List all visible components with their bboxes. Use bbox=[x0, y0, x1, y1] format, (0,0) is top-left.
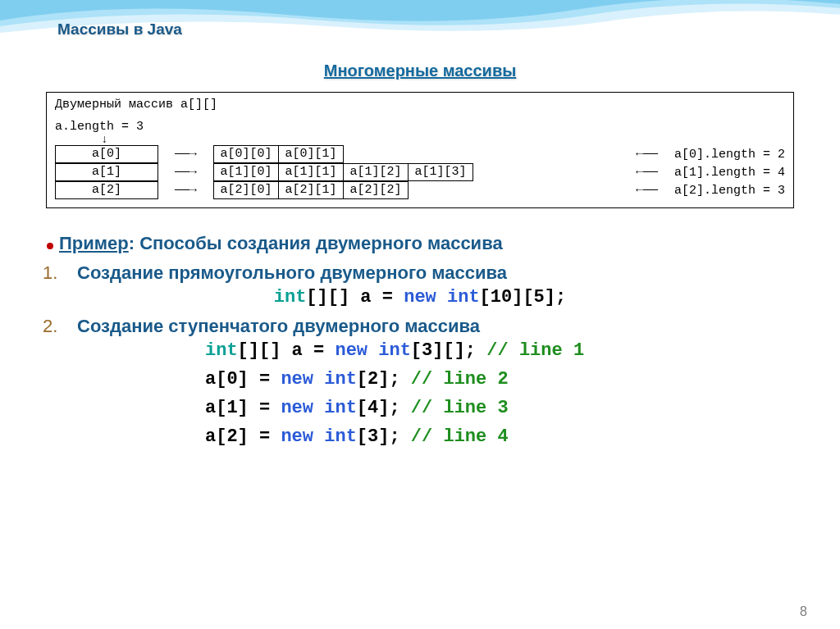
arrow-left-icon: ←── bbox=[636, 148, 658, 162]
left-cell: a[0] bbox=[55, 145, 158, 163]
example-bullet: Пример: Способы создания двумерного масс… bbox=[41, 233, 799, 254]
left-cell: a[2] bbox=[55, 181, 158, 199]
matrix-cell: a[1][0] bbox=[213, 163, 279, 181]
diagram-row: a[2] ──→ a[2][0] a[2][1] a[2][2] ←── a[2… bbox=[55, 181, 785, 199]
example-label: Пример bbox=[59, 233, 129, 253]
arrow-left-icon: ←── bbox=[636, 166, 658, 180]
left-cell: a[1] bbox=[55, 163, 158, 181]
bullet-icon bbox=[47, 243, 53, 249]
list-number: 1. bbox=[43, 262, 77, 284]
arrow-right-icon: ──→ bbox=[175, 184, 197, 198]
length-label: a[1].length = 4 bbox=[674, 166, 785, 180]
list-heading: Создание ступенчатого двумерного массива bbox=[77, 316, 480, 337]
matrix-cell: a[2][0] bbox=[213, 181, 279, 199]
list-item-1: 1. Создание прямоугольного двумерного ма… bbox=[43, 262, 799, 284]
code-line: int[][] a = new int[10][5]; bbox=[41, 287, 799, 308]
arrow-right-icon: ──→ bbox=[175, 148, 197, 162]
arrow-right-icon: ──→ bbox=[175, 166, 197, 180]
diagram-title: Двумерный массив a[][] bbox=[55, 98, 785, 112]
matrix-cell: a[1][2] bbox=[343, 163, 409, 181]
length-expression: a.length = 3 bbox=[55, 120, 785, 134]
diagram-row: a[0] ──→ a[0][0] a[0][1] ←── a[0].length… bbox=[55, 145, 785, 163]
page-number: 8 bbox=[800, 604, 807, 619]
diagram-row: a[1] ──→ a[1][0] a[1][1] a[1][2] a[1][3]… bbox=[55, 163, 785, 181]
matrix-cell: a[1][1] bbox=[278, 163, 344, 181]
arrow-left-icon: ←── bbox=[636, 184, 658, 198]
matrix-cell: a[0][1] bbox=[278, 145, 344, 163]
list-item-2: 2. Создание ступенчатого двумерного масс… bbox=[43, 316, 799, 337]
list-heading: Создание прямоугольного двумерного масси… bbox=[77, 262, 507, 284]
length-label: a[0].length = 2 bbox=[674, 148, 785, 162]
section-title: Многомерные массивы bbox=[41, 62, 799, 80]
list-number: 2. bbox=[43, 316, 77, 337]
breadcrumb: Массивы в Java bbox=[57, 21, 799, 39]
matrix-cell: a[1][3] bbox=[408, 163, 473, 181]
code-line: a[1] = new int[4]; // line 3 bbox=[205, 398, 799, 418]
code-line: a[2] = new int[3]; // line 4 bbox=[205, 426, 799, 447]
code-line: a[0] = new int[2]; // line 2 bbox=[205, 369, 799, 390]
code-line: int[][] a = new int[3][]; // line 1 bbox=[205, 340, 799, 361]
matrix-cell: a[0][0] bbox=[213, 145, 279, 163]
example-text: : Способы создания двумерного массива bbox=[129, 233, 503, 253]
matrix-cell: a[2][1] bbox=[278, 181, 344, 199]
array-diagram: Двумерный массив a[][] a.length = 3 ↓ a[… bbox=[46, 92, 794, 208]
length-label: a[2].length = 3 bbox=[674, 184, 785, 198]
down-arrow-icon: ↓ bbox=[101, 134, 785, 145]
matrix-cell: a[2][2] bbox=[343, 181, 409, 199]
